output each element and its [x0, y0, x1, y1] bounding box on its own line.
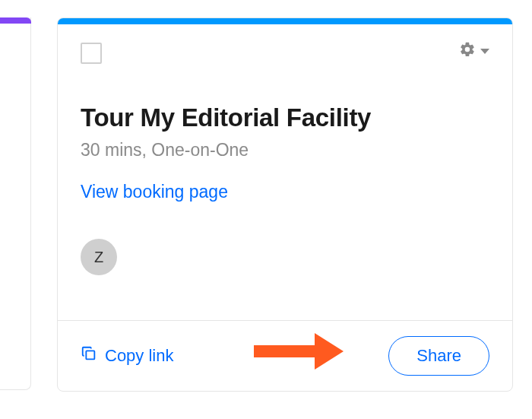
view-booking-page-link[interactable]: View booking page — [81, 182, 228, 202]
card-footer: Copy link Share — [58, 320, 512, 391]
card-body: Tour My Editorial Facility 30 mins, One-… — [58, 24, 512, 320]
settings-menu-button[interactable] — [459, 41, 489, 61]
select-checkbox[interactable] — [81, 43, 102, 64]
adjacent-card-edge — [0, 17, 31, 390]
gear-icon — [459, 41, 476, 61]
copy-link-button[interactable]: Copy link — [81, 345, 173, 367]
copy-icon — [81, 345, 97, 367]
copy-link-label: Copy link — [105, 346, 173, 366]
event-subtitle: 30 mins, One-on-One — [81, 140, 489, 160]
event-title: Tour My Editorial Facility — [81, 103, 489, 132]
adjacent-card-accent — [0, 17, 31, 24]
card-accent-bar — [58, 18, 512, 24]
card-header-row — [81, 41, 489, 64]
event-card: Tour My Editorial Facility 30 mins, One-… — [57, 17, 513, 392]
avatar: Z — [81, 239, 117, 275]
share-button[interactable]: Share — [388, 336, 489, 376]
svg-rect-0 — [86, 351, 94, 359]
chevron-down-icon — [480, 49, 489, 54]
